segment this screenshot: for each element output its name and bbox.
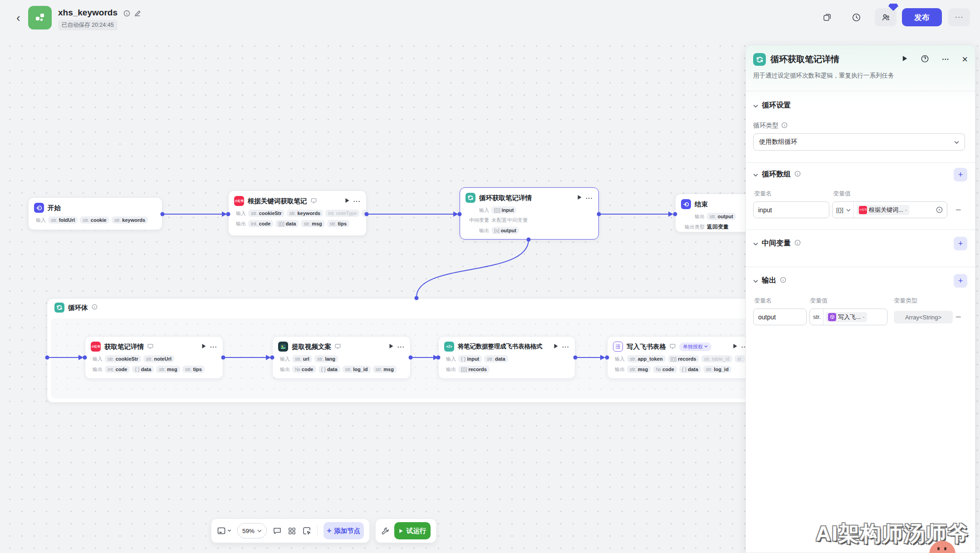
node-run-button[interactable]	[201, 343, 206, 351]
param-badge: str.log_id	[343, 366, 371, 373]
plugin-link-icon	[335, 343, 341, 351]
param-badge: str.msg	[156, 366, 180, 373]
loop-array-name-input[interactable]	[753, 201, 829, 218]
start-icon	[34, 203, 44, 213]
node-more-button[interactable]: ···	[353, 198, 361, 205]
chevron-down-icon	[846, 206, 851, 213]
zoom-select[interactable]: 59%	[237, 523, 267, 538]
node-run-button[interactable]	[733, 343, 738, 351]
more-params-badge[interactable]: ···	[362, 210, 367, 217]
value-type-selector[interactable]: str.	[813, 313, 821, 320]
duplicate-icon[interactable]	[823, 13, 832, 24]
remove-loop-array-button[interactable]: –	[956, 204, 961, 214]
param-badge: str.msg	[373, 366, 397, 373]
chevron-down-icon	[753, 102, 758, 110]
inputs-label: 输入	[234, 210, 246, 217]
top-bar: ‹ xhs_keywords 已自动保存 20:24:45 发布 ···	[0, 0, 980, 37]
panel-run-button[interactable]	[902, 55, 908, 64]
inputs-label: 输入	[278, 356, 290, 362]
inputs-label: 输入	[91, 356, 103, 362]
variable-ref-tag[interactable]: 写入飞... -	[826, 312, 867, 322]
remove-output-button[interactable]: –	[956, 311, 961, 321]
add-node-button[interactable]: + 添加节点	[323, 522, 364, 539]
value-type-selector[interactable]: [{}]	[836, 206, 843, 213]
node-run-button[interactable]	[554, 343, 559, 351]
edit-icon[interactable]	[134, 10, 141, 19]
loop-type-label: 循环类型	[753, 122, 788, 130]
plus-icon: +	[327, 526, 331, 535]
add-loop-array-button[interactable]: +	[954, 168, 967, 181]
info-icon	[781, 122, 788, 130]
more-button[interactable]: ···	[948, 8, 970, 26]
wrench-icon[interactable]	[381, 527, 390, 535]
back-button[interactable]: ‹	[16, 12, 20, 24]
node-more-button[interactable]: ···	[562, 343, 569, 350]
outputs-label: 输出	[91, 366, 103, 373]
info-icon[interactable]	[123, 10, 130, 19]
param-badge: { }data	[318, 366, 340, 373]
auth-badge[interactable]: 单独授权	[679, 343, 711, 351]
panel-more-button[interactable]: ···	[942, 55, 949, 64]
target-picker-icon[interactable]	[936, 206, 943, 214]
variable-ref-tag[interactable]: 小红书 根据关键词... -	[857, 205, 909, 215]
help-icon[interactable]	[921, 54, 929, 65]
node-write-sheet[interactable]: 写入飞书表格 单独授权 ··· 输入 str.app_token [{}]rec…	[607, 336, 755, 379]
add-output-button[interactable]: +	[954, 274, 967, 288]
node-get-notes[interactable]: 小红书 根据关键词获取笔记 ··· 输入 str.cookieStr str.k…	[228, 191, 367, 236]
param-badge: str.msg	[627, 366, 651, 373]
history-icon[interactable]	[852, 13, 861, 24]
play-icon	[399, 529, 403, 533]
param-badge: №code	[653, 366, 677, 373]
node-note-detail[interactable]: 小红书 获取笔记详情 ··· 输入 str.cookieStr str.note…	[85, 336, 223, 379]
close-icon[interactable]: ×	[962, 54, 968, 65]
section-loop-settings[interactable]: 循环设置	[753, 101, 791, 110]
outputs-label: 输出	[681, 213, 705, 220]
variable-cube-icon	[828, 313, 836, 321]
node-run-button[interactable]	[577, 194, 582, 202]
export-canvas-icon[interactable]	[302, 526, 311, 535]
param-badge: str.app_token	[627, 355, 666, 362]
node-loop[interactable]: 循环获取笔记详情 ··· 输入 [{}]input 中间变量 未配置中间变量 输…	[460, 187, 599, 240]
collaboration-button[interactable]	[875, 8, 897, 26]
loop-type-select[interactable]: 使用数组循环	[753, 133, 965, 151]
minimap-toggle[interactable]	[217, 526, 231, 535]
publish-button[interactable]: 发布	[902, 8, 942, 26]
node-more-button[interactable]: ···	[586, 195, 593, 201]
param-badge: str.tips	[327, 220, 349, 227]
output-type-label: 输出类型	[681, 224, 705, 230]
param-badge: str.lang	[314, 355, 338, 362]
chevron-down-icon	[753, 240, 758, 248]
xiaohongshu-icon: 小红书	[234, 196, 244, 206]
node-format-records[interactable]: </> 将笔记数据整理成飞书表格格式 ··· 输入 { }input str.d…	[438, 336, 575, 379]
add-intermediate-var-button[interactable]: +	[954, 237, 967, 250]
output-value-widget[interactable]: str. 写入飞... -	[809, 308, 887, 325]
node-title: 提取视频文案	[292, 343, 331, 351]
node-start[interactable]: 开始 输入 str.foldUrl str.cookie str.keyword…	[28, 197, 162, 230]
node-title: 获取笔记详情	[104, 343, 144, 351]
section-intermediate-vars[interactable]: 中间变量	[753, 239, 801, 248]
param-badge: str.log_id	[703, 366, 731, 373]
comment-icon[interactable]	[273, 526, 282, 535]
section-output[interactable]: 输出	[753, 276, 786, 285]
node-title: 结束	[695, 200, 708, 209]
column-var-value: 变量值	[833, 190, 851, 198]
param-badge: str.keywords	[287, 210, 323, 217]
test-run-button[interactable]: 试运行	[394, 522, 431, 539]
intermediate-label: 中间变量	[466, 217, 489, 224]
node-more-button[interactable]: ···	[210, 343, 217, 350]
param-badge: int.noteType	[325, 210, 359, 217]
xiaohongshu-icon: 小红书	[91, 342, 101, 352]
column-var-name: 变量名	[754, 297, 772, 305]
param-badge: str.keywords	[112, 216, 148, 224]
inputs-label: 输入	[444, 356, 456, 362]
node-extract-video[interactable]: 提取视频文案 ··· 输入 str.url str.lang 输出 №code …	[272, 336, 411, 379]
node-more-button[interactable]: ···	[397, 343, 405, 350]
inputs-label: 输入	[34, 217, 46, 224]
section-loop-array[interactable]: 循环数组	[753, 170, 801, 179]
zoom-level: 59%	[242, 528, 255, 534]
output-name-input[interactable]	[753, 308, 807, 325]
node-run-button[interactable]	[389, 343, 394, 351]
auto-layout-icon[interactable]	[288, 527, 296, 535]
loop-array-value-widget[interactable]: [{}] 小红书 根据关键词... -	[832, 201, 947, 218]
node-run-button[interactable]	[345, 197, 350, 205]
